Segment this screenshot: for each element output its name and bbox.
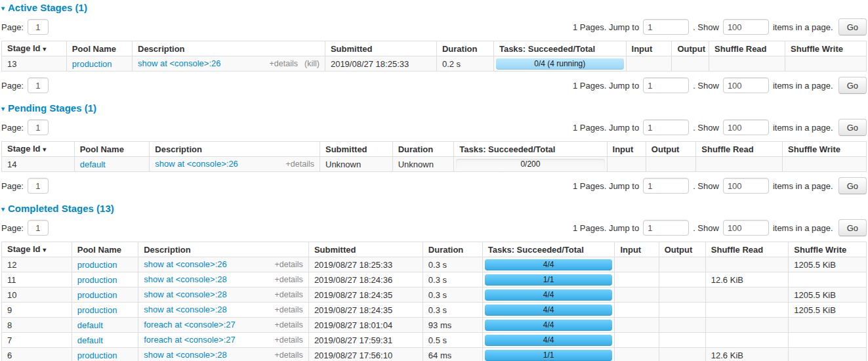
stage-row: 8default+detailsforeach at <console>:272… xyxy=(2,318,867,333)
shuffle-read-cell xyxy=(705,303,789,318)
jump-to-page-input[interactable] xyxy=(643,178,689,194)
description-link[interactable]: foreach at <console>:27 xyxy=(144,320,236,329)
col-stage-id[interactable]: Stage Id ▾ xyxy=(2,41,67,56)
description-link[interactable]: show at <console>:28 xyxy=(144,350,226,360)
pool-name-link[interactable]: default xyxy=(77,320,103,330)
shuffle-write-cell: 1205.5 KiB xyxy=(789,303,867,318)
description-link[interactable]: foreach at <console>:27 xyxy=(144,335,236,345)
col-stage-id[interactable]: Stage Id ▾ xyxy=(2,242,72,257)
description-actions: +details xyxy=(268,274,302,285)
col-shuffle-write[interactable]: Shuffle Write xyxy=(789,242,867,257)
stage-row: 14default+detailsshow at <console>:26Unk… xyxy=(2,157,867,172)
tasks-progress-label: 0/200 xyxy=(456,159,604,170)
col-duration[interactable]: Duration xyxy=(436,41,493,56)
items-per-page-input[interactable] xyxy=(723,119,769,135)
pool-name-link[interactable]: production xyxy=(77,290,117,300)
output-cell xyxy=(659,348,705,361)
details-toggle-link[interactable]: +details xyxy=(274,350,302,360)
page-number-input[interactable] xyxy=(28,19,49,35)
pending-stages-heading[interactable]: ▾Pending Stages (1) xyxy=(1,102,867,114)
col-pool-name[interactable]: Pool Name xyxy=(66,41,132,56)
jump-to-page-input[interactable] xyxy=(643,119,689,135)
table-header-row: Stage Id ▾ Pool Name Description Submitt… xyxy=(2,142,867,157)
page-number-input[interactable] xyxy=(28,220,49,236)
col-description[interactable]: Description xyxy=(138,242,309,257)
col-tasks[interactable]: Tasks: Succeeded/Total xyxy=(493,41,626,56)
pool-name-link[interactable]: production xyxy=(77,260,117,270)
col-output[interactable]: Output xyxy=(672,41,709,56)
details-toggle-link[interactable]: +details xyxy=(286,159,314,169)
go-button[interactable]: Go xyxy=(838,18,867,35)
pool-name-link[interactable]: production xyxy=(77,275,117,285)
jump-to-page-input[interactable] xyxy=(643,220,689,236)
details-toggle-link[interactable]: +details xyxy=(274,290,302,299)
col-submitted[interactable]: Submitted xyxy=(308,242,423,257)
items-per-page-input[interactable] xyxy=(723,220,769,236)
show-text: . Show xyxy=(693,123,719,133)
description-link[interactable]: show at <console>:26 xyxy=(138,58,220,68)
go-button[interactable]: Go xyxy=(838,77,867,94)
pool-name-link[interactable]: production xyxy=(72,59,112,69)
col-pool-name[interactable]: Pool Name xyxy=(74,142,150,157)
shuffle-read-cell: 12.6 KiB xyxy=(705,272,789,287)
items-per-page-input[interactable] xyxy=(723,178,769,194)
tasks-cell: 4/4 xyxy=(482,257,615,272)
col-output[interactable]: Output xyxy=(659,242,705,257)
pagination-row: Page: 1 Pages. Jump to . Show items in a… xyxy=(1,177,867,194)
show-text: . Show xyxy=(693,81,719,91)
col-output[interactable]: Output xyxy=(646,142,695,157)
col-shuffle-read[interactable]: Shuffle Read xyxy=(709,41,785,56)
total-pages-text: 1 Pages. Jump to xyxy=(573,22,639,32)
col-input[interactable]: Input xyxy=(615,242,659,257)
col-description[interactable]: Description xyxy=(150,142,320,157)
details-toggle-link[interactable]: +details xyxy=(274,305,302,314)
page-number-input[interactable] xyxy=(28,119,49,135)
col-tasks[interactable]: Tasks: Succeeded/Total xyxy=(482,242,615,257)
pagination-left: Page: xyxy=(1,178,49,194)
details-toggle-link[interactable]: +details xyxy=(274,275,302,284)
items-per-page-input[interactable] xyxy=(723,19,769,35)
col-pool-name[interactable]: Pool Name xyxy=(72,242,138,257)
completed-stages-heading[interactable]: ▾Completed Stages (13) xyxy=(1,203,867,214)
description-link[interactable]: show at <console>:26 xyxy=(155,159,238,169)
col-input[interactable]: Input xyxy=(607,142,646,157)
jump-to-page-input[interactable] xyxy=(643,77,689,93)
col-duration[interactable]: Duration xyxy=(423,242,482,257)
col-shuffle-read[interactable]: Shuffle Read xyxy=(696,142,783,157)
description-link[interactable]: show at <console>:28 xyxy=(144,274,226,284)
details-toggle-link[interactable]: +details xyxy=(274,335,302,345)
col-shuffle-write[interactable]: Shuffle Write xyxy=(785,41,867,56)
col-description[interactable]: Description xyxy=(133,41,325,56)
col-stage-id[interactable]: Stage Id ▾ xyxy=(2,142,75,157)
col-shuffle-write[interactable]: Shuffle Write xyxy=(783,142,867,157)
kill-link[interactable]: (kill) xyxy=(304,59,320,68)
pool-name-link[interactable]: production xyxy=(77,305,117,315)
details-toggle-link[interactable]: +details xyxy=(274,320,302,329)
page-number-input[interactable] xyxy=(28,178,49,194)
col-tasks[interactable]: Tasks: Succeeded/Total xyxy=(454,142,607,157)
page-number-input[interactable] xyxy=(28,77,49,93)
description-link[interactable]: show at <console>:28 xyxy=(144,305,226,314)
col-submitted[interactable]: Submitted xyxy=(320,142,393,157)
col-input[interactable]: Input xyxy=(626,41,672,56)
items-per-page-input[interactable] xyxy=(723,77,769,93)
active-stages-heading[interactable]: ▾Active Stages (1) xyxy=(1,2,867,13)
col-duration[interactable]: Duration xyxy=(392,142,454,157)
stage-row: 13production+details(kill)show at <conso… xyxy=(2,56,867,72)
jump-to-page-input[interactable] xyxy=(643,19,689,35)
go-button[interactable]: Go xyxy=(838,219,867,236)
col-shuffle-read[interactable]: Shuffle Read xyxy=(705,242,789,257)
output-cell xyxy=(659,272,705,287)
tasks-cell: 4/4 xyxy=(482,287,615,303)
stage-id-cell: 7 xyxy=(2,333,72,348)
pool-name-link[interactable]: default xyxy=(80,159,106,169)
description-link[interactable]: show at <console>:26 xyxy=(144,259,226,269)
go-button[interactable]: Go xyxy=(838,119,867,136)
description-link[interactable]: show at <console>:28 xyxy=(144,289,226,299)
details-toggle-link[interactable]: +details xyxy=(270,59,298,68)
pool-name-link[interactable]: default xyxy=(77,335,103,345)
pool-name-link[interactable]: production xyxy=(77,350,117,360)
go-button[interactable]: Go xyxy=(838,177,867,194)
details-toggle-link[interactable]: +details xyxy=(274,260,302,269)
col-submitted[interactable]: Submitted xyxy=(325,41,436,56)
